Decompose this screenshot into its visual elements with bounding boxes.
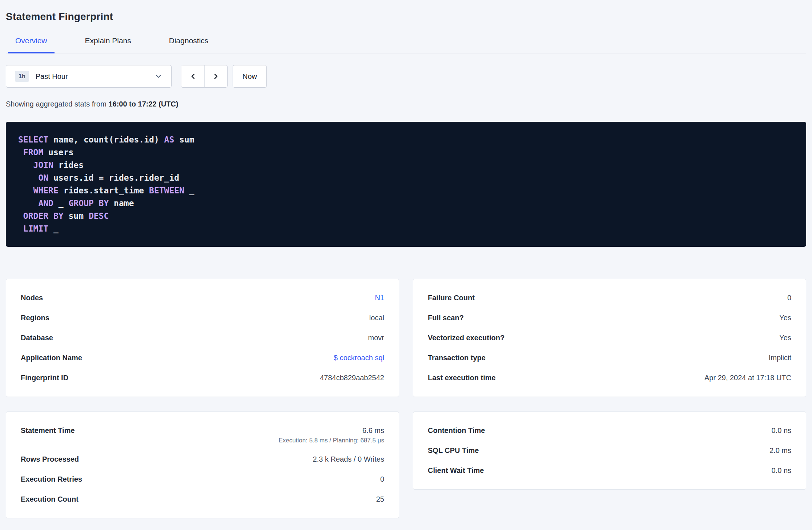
next-interval-button[interactable]	[204, 65, 227, 87]
stat-row: Client Wait Time0.0 ns	[428, 461, 791, 481]
stat-row: Transaction typeImplicit	[428, 348, 791, 368]
tab-diagnostics[interactable]: Diagnostics	[162, 31, 216, 53]
stat-row: Execution Retries0	[21, 469, 384, 489]
prev-interval-button[interactable]	[181, 65, 204, 87]
stat-value-wrap: 0.0 ns	[772, 466, 791, 475]
stat-label: Execution Retries	[21, 474, 82, 484]
stat-label: Fingerprint ID	[21, 373, 68, 383]
sql-line: WHERE rides.start_time BETWEEN _	[18, 184, 794, 197]
stat-row: Last execution timeApr 29, 2024 at 17:18…	[428, 368, 791, 388]
stat-value-wrap: 0.0 ns	[772, 426, 791, 435]
stat-value: 25	[376, 495, 384, 503]
interval-badge: 1h	[15, 71, 29, 82]
stat-value-wrap: movr	[368, 333, 384, 343]
stat-value-wrap: 6.6 msExecution: 5.8 ms / Planning: 687.…	[279, 426, 384, 444]
stat-subvalue: Execution: 5.8 ms / Planning: 687.5 µs	[279, 437, 384, 444]
stat-row: Rows Processed2.3 k Reads / 0 Writes	[21, 449, 384, 469]
interval-arrows	[181, 65, 228, 88]
stat-value: 6.6 ms	[362, 426, 384, 434]
resource-times-card: Contention Time0.0 nsSQL CPU Time2.0 msC…	[413, 411, 806, 490]
stat-row: Execution Count25	[21, 489, 384, 509]
stat-row: NodesN1	[21, 288, 384, 308]
stat-value: Implicit	[769, 354, 791, 362]
page-title: Statement Fingerprint	[6, 11, 806, 23]
stat-value: movr	[368, 334, 384, 342]
aggregated-stats-summary: Showing aggregated stats from 16:00 to 1…	[6, 100, 806, 108]
stat-value: Yes	[779, 314, 791, 322]
chevron-right-icon	[212, 72, 220, 81]
stat-value-wrap: 2.0 ms	[769, 446, 791, 455]
sql-line: LIMIT _	[18, 222, 794, 235]
time-interval-dropdown[interactable]: 1h Past Hour	[6, 65, 172, 88]
sql-line: ON users.id = rides.rider_id	[18, 172, 794, 184]
stat-label: Statement Time	[21, 426, 75, 435]
sql-line: FROM users	[18, 146, 794, 159]
sql-line: JOIN rides	[18, 159, 794, 172]
stat-label: Contention Time	[428, 426, 485, 435]
stat-row: Contention Time0.0 ns	[428, 421, 791, 441]
stat-value-wrap: 4784cb829aab2542	[320, 373, 384, 383]
stat-value-link[interactable]: N1	[375, 294, 384, 302]
stat-label: Full scan?	[428, 313, 464, 323]
sql-line: ORDER BY sum DESC	[18, 210, 794, 222]
statement-fingerprint-page: Statement Fingerprint OverviewExplain Pl…	[0, 0, 812, 518]
stat-value-wrap: Implicit	[769, 353, 791, 363]
stat-value: Apr 29, 2024 at 17:18 UTC	[704, 374, 791, 382]
stats-summary-prefix: Showing aggregated stats from	[6, 100, 108, 108]
sql-line: AND _ GROUP BY name	[18, 197, 794, 210]
stat-row: Application Name$ cockroach sql	[21, 348, 384, 368]
stat-label: Transaction type	[428, 353, 486, 363]
stat-value-wrap: $ cockroach sql	[334, 353, 384, 363]
stat-label: Application Name	[21, 353, 82, 363]
stat-label: Regions	[21, 313, 49, 323]
tab-overview[interactable]: Overview	[8, 31, 55, 53]
stat-value: 4784cb829aab2542	[320, 374, 384, 382]
execution-attributes-card: Failure Count0Full scan?YesVectorized ex…	[413, 279, 806, 397]
stat-value: 2.0 ms	[769, 446, 791, 454]
stat-value: local	[369, 314, 384, 322]
tab-bar: OverviewExplain PlansDiagnostics	[6, 31, 806, 53]
sql-line: SELECT name, count(rides.id) AS sum	[18, 133, 794, 146]
stat-value: 0.0 ns	[772, 426, 791, 434]
stat-label: Execution Count	[21, 494, 79, 504]
stat-value-wrap: Apr 29, 2024 at 17:18 UTC	[704, 373, 791, 383]
interval-label: Past Hour	[36, 72, 154, 81]
stat-value: Yes	[779, 334, 791, 342]
stat-label: Failure Count	[428, 293, 475, 303]
sql-statement: SELECT name, count(rides.id) AS sum FROM…	[6, 122, 806, 247]
stat-label: Database	[21, 333, 53, 343]
stat-value-wrap: 0	[380, 474, 384, 484]
stat-value: 2.3 k Reads / 0 Writes	[313, 455, 384, 463]
time-controls: 1h Past Hour Now	[6, 65, 806, 88]
stat-value-wrap: 2.3 k Reads / 0 Writes	[313, 454, 384, 464]
stat-value-wrap: local	[369, 313, 384, 323]
stat-label: Nodes	[21, 293, 43, 303]
stat-row: Statement Time6.6 msExecution: 5.8 ms / …	[21, 421, 384, 449]
stat-value: 0	[787, 294, 791, 302]
stat-value-wrap: Yes	[779, 333, 791, 343]
tab-explain-plans[interactable]: Explain Plans	[78, 31, 138, 53]
stat-value-link[interactable]: $ cockroach sql	[334, 354, 384, 362]
stat-value: 0.0 ns	[772, 466, 791, 474]
stat-label: SQL CPU Time	[428, 446, 479, 455]
stat-label: Rows Processed	[21, 454, 79, 464]
statement-times-card: Statement Time6.6 msExecution: 5.8 ms / …	[6, 411, 399, 518]
stat-value-wrap: N1	[375, 293, 384, 303]
stat-row: Fingerprint ID4784cb829aab2542	[21, 368, 384, 388]
stats-cards: NodesN1RegionslocalDatabasemovrApplicati…	[6, 279, 806, 518]
stat-row: Regionslocal	[21, 308, 384, 328]
stat-value-wrap: Yes	[779, 313, 791, 323]
stat-value-wrap: 25	[376, 494, 384, 504]
stat-row: Databasemovr	[21, 328, 384, 348]
stat-row: SQL CPU Time2.0 ms	[428, 441, 791, 461]
chevron-left-icon	[189, 72, 197, 81]
stat-row: Vectorized execution?Yes	[428, 328, 791, 348]
stat-value: 0	[380, 475, 384, 483]
stat-row: Failure Count0	[428, 288, 791, 308]
stats-summary-range: 16:00 to 17:22 (UTC)	[108, 100, 178, 108]
stat-label: Client Wait Time	[428, 466, 484, 475]
stat-label: Vectorized execution?	[428, 333, 505, 343]
stat-value-wrap: 0	[787, 293, 791, 303]
stat-row: Full scan?Yes	[428, 308, 791, 328]
now-button[interactable]: Now	[233, 65, 267, 88]
